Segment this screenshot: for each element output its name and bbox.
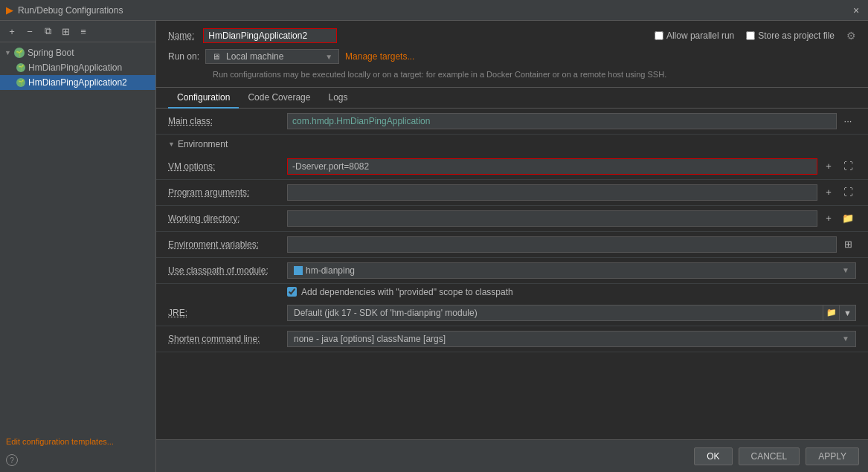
run-on-select[interactable]: 🖥 Local machine ▼ — [205, 49, 339, 64]
help-icon[interactable]: ? — [6, 454, 18, 466]
tab-configuration[interactable]: Configuration — [168, 88, 239, 109]
working-dir-expand-btn[interactable]: + — [820, 210, 837, 227]
jre-dropdown-btn[interactable]: ▼ — [840, 305, 856, 321]
working-dir-row: Working directory: + 📁 — [156, 206, 868, 232]
tree-arrow-icon: ▼ — [4, 49, 11, 56]
tree-group-springboot[interactable]: ▼ 🌱 Spring Boot — [0, 45, 155, 60]
sidebar: + − ⧉ ⊞ ≡ ▼ 🌱 Spring Boot 🌱 HmDianPingAp… — [0, 21, 156, 472]
jre-actions: 📁 ▼ — [823, 305, 856, 321]
classpath-content: hm-dianping ▼ — [287, 262, 856, 279]
shorten-cmd-content: none - java [options] className [args] ▼ — [287, 331, 856, 347]
working-dir-label: Working directory: — [168, 213, 287, 224]
manage-targets-link[interactable]: Manage targets... — [345, 51, 414, 62]
sidebar-toolbar: + − ⧉ ⊞ ≡ — [0, 21, 155, 42]
sidebar-footer-link: Edit configuration templates... — [0, 433, 155, 448]
program-args-row: Program arguments: + ⛶ — [156, 180, 868, 206]
run-debug-icon: ▶ — [6, 4, 13, 16]
classpath-dropdown-icon: ▼ — [842, 266, 849, 274]
tree-item-label-2: HmDianPingApplication2 — [28, 77, 127, 88]
content-panel: Name: Allow parallel run Store as projec… — [156, 21, 868, 472]
apply-button[interactable]: APPLY — [806, 447, 859, 465]
main-class-label: Main class: — [168, 116, 287, 126]
sidebar-help: ? — [0, 448, 155, 472]
springboot-item-icon-1: 🌱 — [16, 63, 25, 72]
shorten-cmd-arrow-icon: ▼ — [842, 334, 849, 343]
form-scroll: Main class: ··· ▼ Environment VM options… — [156, 109, 868, 440]
close-button[interactable]: × — [850, 4, 862, 16]
header-right: Allow parallel run Store as project file… — [655, 30, 856, 42]
vm-options-fullscreen-btn[interactable]: ⛶ — [840, 158, 856, 175]
classpath-module-value: hm-dianping — [306, 265, 355, 276]
spring-icon: 🌱 — [14, 48, 25, 58]
env-vars-content: ⊞ — [287, 236, 856, 253]
tab-code-coverage[interactable]: Code Coverage — [239, 88, 319, 109]
shorten-cmd-value: none - java [options] className [args] — [294, 334, 446, 344]
add-deps-row: Add dependencies with "provided" scope t… — [156, 284, 868, 300]
program-args-input[interactable] — [287, 184, 817, 201]
module-icon — [294, 266, 303, 275]
title-bar-title: Run/Debug Configurations — [18, 5, 123, 16]
vm-options-content: + ⛶ — [287, 158, 856, 175]
tree-item-label-1: HmDianPingApplication — [28, 62, 122, 73]
working-dir-browse-btn[interactable]: 📁 — [840, 210, 856, 227]
cancel-button[interactable]: CANCEL — [739, 447, 800, 465]
env-vars-copy-btn[interactable]: ⊞ — [840, 236, 856, 253]
content-header: Name: Allow parallel run Store as projec… — [156, 21, 868, 88]
environment-section[interactable]: ▼ Environment — [156, 135, 868, 154]
tab-logs[interactable]: Logs — [319, 88, 356, 109]
classpath-label: Use classpath of module: — [168, 265, 287, 276]
jre-row: JRE: Default (jdk 17 - SDK of 'hm-dianpi… — [156, 300, 868, 326]
settings-icon[interactable]: ⚙ — [846, 30, 856, 42]
vm-options-input[interactable] — [287, 158, 817, 175]
jre-label: JRE: — [168, 308, 287, 318]
run-on-arrow-icon: ▼ — [325, 53, 332, 61]
jre-value: Default (jdk 17 - SDK of 'hm-dianping' m… — [294, 308, 478, 318]
run-on-value: Local machine — [226, 51, 283, 62]
vm-options-row: VM options: + ⛶ — [156, 154, 868, 180]
program-args-fullscreen-btn[interactable]: ⛶ — [840, 184, 856, 201]
name-label: Name: — [168, 30, 194, 41]
working-dir-content: + 📁 — [287, 210, 856, 227]
move-config-btn[interactable]: ⊞ — [58, 24, 73, 39]
name-input[interactable] — [203, 28, 337, 43]
vm-options-expand-btn[interactable]: + — [820, 158, 837, 175]
program-args-label: Program arguments: — [168, 187, 287, 198]
env-vars-input[interactable] — [287, 236, 837, 253]
main-layout: + − ⧉ ⊞ ≡ ▼ 🌱 Spring Boot 🌱 HmDianPingAp… — [0, 21, 868, 472]
main-class-input[interactable] — [287, 113, 837, 129]
allow-parallel-label: Allow parallel run — [655, 30, 734, 41]
add-deps-label: Add dependencies with "provided" scope t… — [301, 287, 513, 297]
allow-parallel-checkbox[interactable] — [655, 31, 663, 40]
ok-button[interactable]: OK — [694, 447, 732, 465]
title-bar-left: ▶ Run/Debug Configurations — [6, 4, 123, 16]
environment-label: Environment — [178, 139, 228, 149]
name-row: Name: Allow parallel run Store as projec… — [168, 28, 856, 43]
sort-config-btn[interactable]: ≡ — [76, 24, 91, 39]
title-bar-controls: × — [850, 4, 862, 16]
tree-item-hmdianping1[interactable]: 🌱 HmDianPingApplication — [0, 60, 155, 75]
shorten-cmd-label: Shorten command line: — [168, 334, 287, 344]
shorten-cmd-select[interactable]: none - java [options] className [args] ▼ — [287, 331, 856, 347]
sidebar-tree: ▼ 🌱 Spring Boot 🌱 HmDianPingApplication … — [0, 42, 155, 433]
main-class-browse-btn[interactable]: ··· — [840, 113, 856, 129]
shorten-cmd-row: Shorten command line: none - java [optio… — [156, 326, 868, 352]
working-dir-input[interactable] — [287, 210, 817, 227]
jre-browse-btn[interactable]: 📁 — [823, 305, 840, 321]
jre-content: Default (jdk 17 - SDK of 'hm-dianping' m… — [287, 305, 856, 321]
add-config-btn[interactable]: + — [4, 24, 19, 39]
program-args-expand-btn[interactable]: + — [820, 184, 837, 201]
remove-config-btn[interactable]: − — [22, 24, 37, 39]
title-bar: ▶ Run/Debug Configurations × — [0, 0, 868, 21]
copy-config-btn[interactable]: ⧉ — [40, 24, 55, 39]
tree-group-label: Spring Boot — [28, 48, 74, 58]
run-on-label: Run on: — [168, 51, 199, 62]
store-project-checkbox[interactable] — [746, 31, 755, 40]
jre-select[interactable]: Default (jdk 17 - SDK of 'hm-dianping' m… — [287, 305, 823, 321]
form-wrapper: Main class: ··· ▼ Environment VM options… — [156, 109, 868, 473]
add-deps-checkbox[interactable] — [287, 287, 297, 297]
tabs-bar: Configuration Code Coverage Logs — [156, 88, 868, 109]
program-args-content: + ⛶ — [287, 184, 856, 201]
classpath-select[interactable]: hm-dianping ▼ — [287, 262, 856, 279]
tree-item-hmdianping2[interactable]: 🌱 HmDianPingApplication2 — [0, 75, 155, 90]
edit-templates-link[interactable]: Edit configuration templates... — [6, 437, 114, 446]
